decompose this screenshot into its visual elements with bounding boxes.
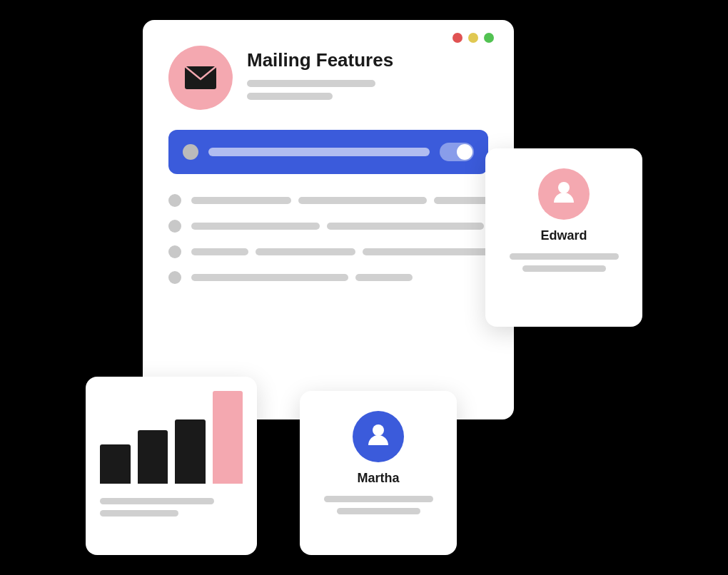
- card-title: Mailing Features: [247, 49, 393, 73]
- minimize-dot: [468, 33, 478, 43]
- search-bar[interactable]: [168, 130, 488, 174]
- search-dot: [183, 144, 198, 160]
- row-content: [191, 248, 491, 255]
- chart-label-line: [100, 510, 178, 517]
- row-content: [191, 197, 491, 204]
- row-bullet: [168, 220, 181, 233]
- list-row: [168, 245, 488, 258]
- toggle-knob: [457, 144, 472, 160]
- close-dot: [453, 33, 462, 43]
- card-header: Mailing Features: [168, 46, 488, 110]
- svg-point-2: [558, 182, 570, 193]
- list-rows: [168, 194, 488, 284]
- maximize-dot: [484, 33, 494, 43]
- subtitle-line-1: [247, 80, 375, 87]
- row-line: [327, 223, 484, 230]
- edward-card: Edward: [485, 148, 642, 327]
- contact-line: [522, 265, 606, 272]
- chart-card: [86, 377, 257, 555]
- row-line: [191, 248, 248, 255]
- card-title-block: Mailing Features: [247, 46, 393, 106]
- row-line: [363, 248, 491, 255]
- bar-1: [100, 444, 131, 484]
- chart-bars: [100, 394, 243, 487]
- mail-icon-circle: [168, 46, 233, 110]
- bar-3: [175, 419, 206, 484]
- edward-avatar: [538, 168, 590, 220]
- row-content: [191, 223, 534, 230]
- list-row: [168, 194, 488, 207]
- list-row: [168, 220, 488, 233]
- row-content: [191, 274, 488, 281]
- martha-card: Martha: [300, 391, 457, 555]
- chart-labels: [100, 498, 243, 517]
- row-line: [434, 197, 491, 204]
- window-controls: [453, 33, 494, 43]
- mail-icon: [185, 66, 216, 89]
- main-card: Mailing Features: [143, 20, 514, 419]
- martha-info-lines: [314, 496, 443, 514]
- row-line: [191, 223, 320, 230]
- bar-4: [213, 391, 243, 484]
- subtitle-line-2: [247, 93, 333, 100]
- search-input-bar: [208, 148, 430, 156]
- row-bullet: [168, 271, 181, 284]
- svg-point-1: [373, 424, 384, 436]
- row-line: [191, 197, 291, 204]
- subtitle-lines: [247, 80, 393, 100]
- row-bullet: [168, 194, 181, 207]
- martha-name: Martha: [357, 471, 399, 486]
- row-line: [355, 274, 413, 281]
- person-icon: [551, 178, 577, 210]
- contact-line: [324, 496, 433, 502]
- chart-label-line: [100, 498, 214, 504]
- edward-info-lines: [500, 253, 628, 272]
- person-icon: [365, 421, 391, 452]
- row-line: [256, 248, 355, 255]
- toggle-switch[interactable]: [440, 143, 474, 161]
- contact-line: [337, 508, 420, 514]
- contact-line: [510, 253, 619, 260]
- edward-name: Edward: [540, 228, 587, 243]
- row-bullet: [168, 245, 181, 258]
- bar-2: [138, 430, 168, 484]
- row-line: [298, 197, 427, 204]
- row-line: [191, 274, 348, 281]
- list-row: [168, 271, 488, 284]
- martha-avatar: [353, 411, 404, 462]
